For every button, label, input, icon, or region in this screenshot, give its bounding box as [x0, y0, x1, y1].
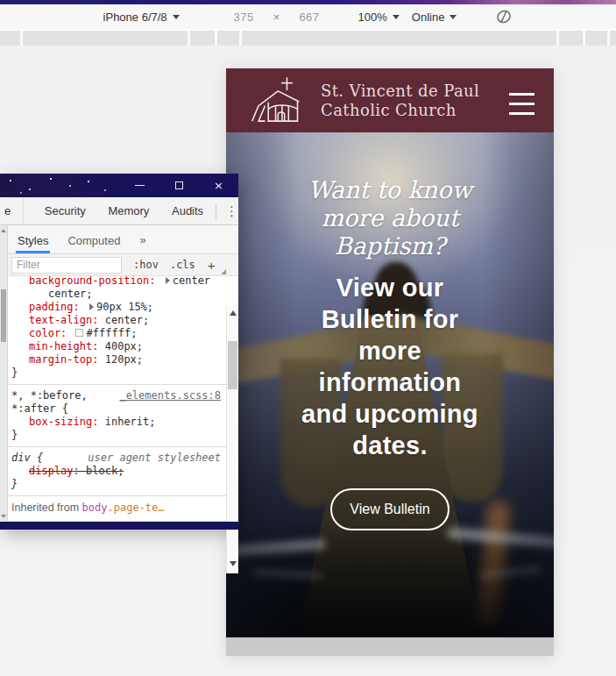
device-select[interactable]: iPhone 6/7/8 [103, 11, 180, 24]
inherited-element[interactable]: body [82, 502, 108, 514]
styles-sidebar: Styles Computed » :hov .cls + background… [8, 225, 238, 522]
tab-security[interactable]: Security [43, 204, 88, 217]
hero-subheading-line: Bulletin for [226, 303, 554, 335]
titlebar-starfield [0, 174, 120, 197]
css-property: margin-top: [29, 353, 98, 366]
church-logo-icon[interactable] [249, 76, 314, 125]
css-rule: background-position: center center; padd… [8, 276, 226, 385]
css-declaration[interactable]: margin-top: 120px; [11, 353, 221, 366]
site-header: St. Vincent de Paul Catholic Church [226, 68, 554, 132]
css-value: inherit; [105, 416, 156, 428]
styles-filter-input[interactable] [11, 257, 122, 274]
view-bulletin-button[interactable]: View Bulletin [330, 488, 450, 530]
dom-tree-scrollbar[interactable] [0, 225, 8, 522]
hero-subheading-line: View our [226, 272, 554, 303]
css-declaration[interactable]: min-height: 400px; [11, 340, 221, 353]
hero-heading-line: more about [226, 204, 554, 232]
expand-arrow-icon[interactable] [166, 277, 170, 284]
resize-corner-icon [221, 269, 226, 274]
css-rules-list: background-position: center center; padd… [8, 276, 226, 522]
styles-subtab-bar: Styles Computed » [8, 225, 238, 254]
chevron-down-icon [173, 15, 180, 19]
inherited-class[interactable]: .page-te… [108, 502, 165, 514]
chevron-down-icon [393, 15, 400, 19]
phone-viewport: St. Vincent de Paul Catholic Church [226, 68, 554, 656]
hero-heading: Want to know more about Baptism? [226, 176, 554, 260]
expand-arrow-icon[interactable] [89, 303, 94, 310]
scroll-down-icon[interactable] [1, 515, 6, 518]
screen: iPhone 6/7/8 375 × 667 100% Online [0, 0, 616, 676]
css-selector[interactable]: *:after { [11, 402, 221, 416]
network-throttle-select[interactable]: Online [412, 11, 457, 24]
close-icon: × [214, 180, 223, 191]
hamburger-bar [509, 112, 535, 115]
devtools-window-bottom-edge [0, 522, 238, 530]
css-property: min-height: [29, 340, 98, 352]
hero-subheading-line: more [226, 335, 554, 366]
new-style-rule-button[interactable]: + [208, 258, 216, 273]
css-selector[interactable]: *, *:before, [11, 389, 88, 402]
zoom-select-label: 100% [358, 11, 387, 24]
styles-scrollbar[interactable] [226, 306, 238, 573]
devtools-tab-bar: e Security Memory Audits ⋮ [0, 197, 238, 225]
viewport-width-field[interactable]: 375 [234, 11, 254, 24]
css-property: padding: [29, 301, 80, 313]
css-property: text-align: [29, 314, 98, 326]
scrollbar-thumb[interactable] [1, 289, 6, 342]
element-class-toggle[interactable]: .cls [170, 259, 195, 271]
css-property: background-position: [29, 276, 156, 287]
styles-filter-bar: :hov .cls + [8, 254, 238, 276]
zoom-select[interactable]: 100% [358, 11, 400, 24]
more-tabs-icon[interactable]: » [138, 226, 147, 253]
overflow-menu-icon[interactable]: ⋮ [225, 203, 238, 219]
css-declaration[interactable]: color: #ffffff; [11, 327, 221, 340]
css-declaration-overridden[interactable]: display: block; [11, 465, 221, 478]
scroll-up-icon[interactable] [230, 310, 237, 316]
hamburger-menu-icon[interactable] [509, 93, 535, 115]
css-value-wrap: center; [11, 288, 221, 301]
devtools-titlebar[interactable]: × [0, 174, 238, 197]
tab-computed[interactable]: Computed [66, 227, 122, 253]
scrollbar-thumb[interactable] [228, 341, 237, 389]
inherited-from-row: Inherited from body.page-te… [8, 496, 226, 522]
scroll-down-icon[interactable] [230, 561, 237, 566]
css-value: center; [105, 314, 150, 326]
device-mode-toolbar: iPhone 6/7/8 375 × 667 100% Online [0, 4, 616, 29]
window-controls: × [120, 174, 238, 197]
css-rule-close: } [11, 429, 221, 442]
minimize-button[interactable] [120, 174, 159, 197]
hero-heading-line: Want to know [226, 176, 554, 204]
site-title-line1: St. Vincent de Paul [321, 82, 479, 101]
css-declaration[interactable]: box-sizing: inherit; [11, 416, 221, 429]
minimize-icon [135, 185, 145, 187]
css-declaration[interactable]: text-align: center; [11, 314, 221, 327]
inherited-from-label: Inherited from [11, 502, 82, 514]
css-rule-close: } [11, 478, 221, 491]
chevron-down-icon [450, 15, 457, 19]
site-title[interactable]: St. Vincent de Paul Catholic Church [321, 82, 479, 120]
close-button[interactable]: × [199, 174, 238, 197]
next-section-strip [226, 637, 554, 656]
tab-partial[interactable]: e [3, 197, 24, 225]
css-rule: *, *:before, _elements.scss:8 *:after { … [8, 385, 226, 447]
css-selector[interactable]: div { [11, 452, 43, 465]
rotate-viewport-icon[interactable] [495, 8, 513, 25]
site-title-line2: Catholic Church [321, 101, 479, 120]
css-value: 90px 15%; [96, 301, 153, 313]
color-swatch[interactable] [75, 329, 83, 337]
scroll-up-icon[interactable] [1, 229, 6, 232]
tab-styles[interactable]: Styles [16, 227, 50, 253]
pseudo-state-toggle[interactable]: :hov [133, 259, 159, 271]
css-declaration[interactable]: background-position: center [11, 276, 221, 288]
css-value: 120px; [105, 353, 143, 366]
stylesheet-source-link[interactable]: _elements.scss:8 [119, 389, 221, 402]
tab-audits[interactable]: Audits [170, 204, 205, 217]
tab-memory[interactable]: Memory [106, 204, 151, 217]
css-rule-close: } [11, 366, 221, 380]
maximize-button[interactable] [159, 174, 199, 197]
hero-heading-line: Baptism? [226, 232, 554, 260]
network-throttle-label: Online [412, 11, 445, 24]
css-declaration[interactable]: padding: 90px 15%; [11, 301, 221, 314]
viewport-height-field[interactable]: 667 [299, 11, 319, 24]
css-property: box-sizing: [29, 416, 98, 428]
